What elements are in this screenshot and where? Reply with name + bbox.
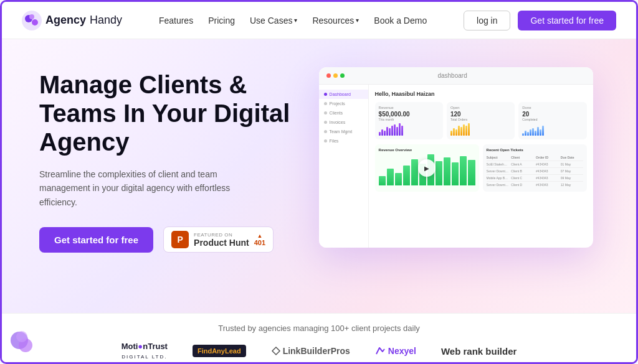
motiontrust-logo-text: Moti●nTrustDIGITAL LTD. (121, 342, 168, 360)
corner-logo-svg (8, 328, 36, 356)
sidebar-item-team[interactable]: Team Mgmt (319, 127, 368, 136)
hero-left: Manage Clients & Teams In Your Digital A… (39, 64, 294, 253)
nav-pricing[interactable]: Pricing (208, 16, 235, 26)
stat-done-mini: Completed (522, 118, 583, 121)
stat-revenue-mini: This month (379, 118, 439, 121)
dashboard-sidebar: Dashboard Projects Clients Invoices (319, 85, 369, 248)
dashboard-body: Dashboard Projects Clients Invoices (319, 85, 593, 248)
dashboard-title-bar: dashboard (345, 72, 561, 79)
product-hunt-count: ▲ 401 (254, 233, 265, 246)
sidebar-dot-projects (324, 102, 327, 105)
table-row: Server Downtime Alert Client B #434343 0… (487, 168, 583, 175)
dot-red (326, 73, 331, 78)
sidebar-item-files[interactable]: Files (319, 136, 368, 146)
stat-done-label: Done (522, 106, 583, 110)
stat-open: Open 120 Total Orders (447, 102, 515, 139)
linkbuilderpros-logo-text: LinkBuilderPros (283, 346, 350, 356)
hero-description: Streamline the complexities of client an… (39, 167, 251, 209)
svg-point-6 (16, 331, 27, 342)
dashboard-lower: Revenue Overview (375, 144, 587, 192)
product-hunt-text: FEATURED ON Product Hunt (194, 232, 249, 248)
logo-text-light: Handy (90, 14, 122, 27)
tickets-title: Recent Open Tickets (487, 148, 583, 152)
dot-green (340, 73, 345, 78)
product-hunt-badge[interactable]: P FEATURED ON Product Hunt ▲ 401 (163, 226, 274, 253)
brand-findanylead: FindAnyLead (193, 345, 246, 357)
dashboard-stats: Revenue $50,000.00 This month Open 120 T… (375, 102, 587, 139)
dot-yellow (333, 73, 338, 78)
stat-done-chart (522, 123, 583, 136)
dashboard-greeting: Hello, Haasibul Haizan (375, 91, 587, 97)
brand-logos: Moti●nTrustDIGITAL LTD. FindAnyLead Link… (39, 342, 599, 360)
open-tickets: Recent Open Tickets Subject Client Order… (483, 144, 587, 192)
sidebar-item-dashboard[interactable]: Dashboard (319, 90, 368, 99)
hero-right: dashboard Dashboard Projects Clients (319, 64, 599, 248)
nav-resources[interactable]: Resources ▾ (312, 16, 359, 26)
nav-use-cases[interactable]: Use Cases ▾ (250, 16, 297, 26)
stat-done: Done 20 Completed (518, 102, 586, 139)
navbar: AgencyHandy Features Pricing Use Cases ▾… (2, 2, 636, 39)
sidebar-item-projects[interactable]: Projects (319, 99, 368, 108)
product-hunt-icon: P (171, 231, 189, 248)
stat-revenue-value: $50,000.00 (379, 111, 439, 118)
table-row: Mobile App Bug Report Client C #434343 0… (487, 175, 583, 182)
table-row: SciEl Stakeholders Study Client A #43434… (487, 161, 583, 168)
brand-webrankbuilder: Web rank builder (441, 346, 517, 357)
stat-open-mini: Total Orders (450, 118, 511, 121)
hero-section: Manage Clients & Teams In Your Digital A… (2, 39, 636, 313)
trusted-text: Trusted by agencies managing 100+ client… (39, 324, 599, 333)
product-hunt-arrow-icon: ▲ (257, 233, 262, 239)
nav-actions: log in Get started for free (464, 11, 616, 30)
linkbuilderpros-icon (271, 346, 281, 356)
trusted-section: Trusted by agencies managing 100+ client… (2, 313, 636, 364)
product-hunt-name: Product Hunt (194, 238, 249, 248)
dashboard-preview: dashboard Dashboard Projects Clients (319, 67, 593, 248)
use-cases-chevron-icon: ▾ (294, 17, 297, 24)
product-hunt-featured-label: FEATURED ON (194, 232, 249, 238)
svg-point-2 (32, 19, 38, 26)
sidebar-dot-clients (324, 111, 327, 114)
webrankbuilder-logo-text: Web rank builder (441, 346, 517, 357)
stat-revenue: Revenue $50,000.00 This month (375, 102, 443, 139)
stat-revenue-label: Revenue (379, 106, 439, 110)
stat-done-value: 20 (522, 111, 583, 118)
nav-links: Features Pricing Use Cases ▾ Resources ▾… (159, 16, 427, 26)
findanylead-logo-text: FindAnyLead (198, 347, 241, 355)
ticket-header: Subject Client Order ID Due Date (487, 154, 583, 161)
play-button[interactable]: ▶ (418, 159, 436, 177)
sidebar-dot-invoices (324, 121, 327, 124)
stat-open-label: Open (450, 106, 511, 110)
logo-icon (22, 11, 42, 30)
dashboard-header: dashboard (319, 67, 593, 85)
login-button[interactable]: log in (464, 11, 510, 30)
window-dots (326, 73, 345, 78)
hero-title: Manage Clients & Teams In Your Digital A… (39, 70, 294, 156)
nexyel-icon (375, 347, 386, 355)
table-row: Server Downtime Dev Client D #434343 12 … (487, 182, 583, 188)
nav-features[interactable]: Features (159, 16, 193, 26)
sidebar-item-invoices[interactable]: Invoices (319, 118, 368, 127)
sidebar-dot-files (324, 139, 327, 142)
stat-revenue-chart (379, 123, 439, 136)
get-started-hero-button[interactable]: Get started for free (39, 227, 153, 253)
nexyel-logo-text: Nexyel (388, 346, 416, 356)
dashboard-main: Hello, Haasibul Haizan Revenue $50,000.0… (369, 85, 593, 248)
sidebar-dot-team (324, 130, 327, 133)
brand-linkbuilderpros: LinkBuilderPros (271, 346, 350, 356)
resources-chevron-icon: ▾ (356, 17, 359, 24)
chart-title: Revenue Overview (379, 148, 475, 152)
corner-logo (8, 328, 36, 356)
nav-book-demo[interactable]: Book a Demo (374, 16, 427, 26)
svg-point-3 (29, 14, 34, 19)
brand-nexyel: Nexyel (375, 346, 416, 356)
hero-actions: Get started for free P FEATURED ON Produ… (39, 226, 294, 253)
stat-open-chart (450, 123, 511, 136)
sidebar-dot-dashboard (324, 93, 327, 96)
get-started-nav-button[interactable]: Get started for free (518, 11, 616, 30)
revenue-overview-chart: Revenue Overview (375, 144, 479, 192)
logo[interactable]: AgencyHandy (22, 11, 122, 30)
brand-motiontrust: Moti●nTrustDIGITAL LTD. (121, 342, 168, 360)
logo-text-bold: Agency (45, 14, 86, 27)
stat-open-value: 120 (450, 111, 511, 118)
sidebar-item-clients[interactable]: Clients (319, 108, 368, 118)
